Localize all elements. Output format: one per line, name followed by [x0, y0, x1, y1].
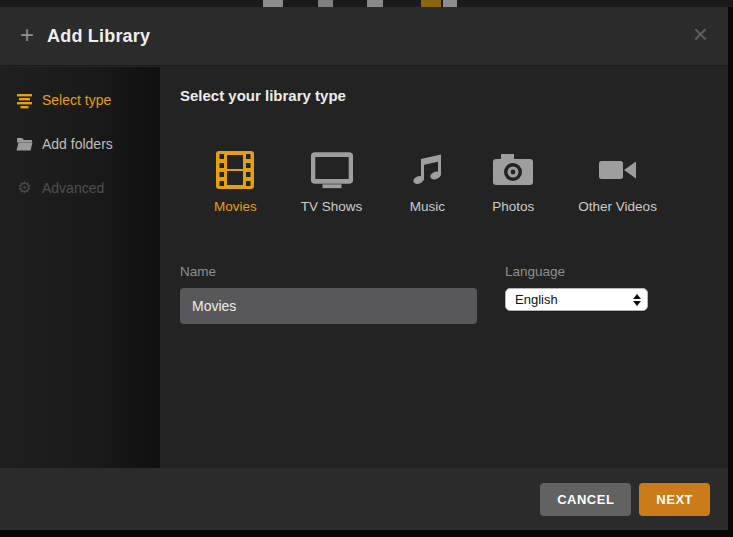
cancel-button[interactable]: CANCEL	[540, 483, 631, 516]
select-stepper-icon	[633, 294, 641, 306]
library-type-row: Movies TV Shows	[214, 150, 728, 214]
background-fragment	[421, 0, 441, 7]
dialog-title: Add Library	[47, 26, 150, 47]
dialog-body: Select type Add folders ⚙ Advanced Selec…	[0, 67, 728, 468]
dialog-content: Select your library type	[160, 67, 728, 468]
background-page	[0, 0, 733, 7]
dialog-footer: CANCEL NEXT	[0, 468, 728, 530]
library-name-input[interactable]	[180, 288, 477, 324]
type-option-other-videos[interactable]: Other Videos	[578, 150, 657, 214]
music-note-icon	[406, 150, 448, 190]
sidebar-item-label: Select type	[42, 92, 111, 108]
type-label: Other Videos	[578, 199, 657, 214]
background-fragment	[367, 0, 383, 7]
content-heading: Select your library type	[180, 87, 728, 104]
sidebar-item-label: Add folders	[42, 136, 113, 152]
next-button[interactable]: NEXT	[639, 483, 710, 516]
sidebar-item-add-folders[interactable]: Add folders	[0, 122, 160, 166]
background-fragment	[443, 0, 457, 7]
language-select[interactable]: English	[505, 288, 648, 311]
tv-icon	[311, 150, 353, 190]
type-option-movies[interactable]: Movies	[214, 150, 257, 214]
background-fragment	[263, 0, 283, 7]
add-library-dialog: + Add Library × Select type	[0, 7, 728, 530]
type-label: Photos	[492, 199, 534, 214]
type-label: Music	[410, 199, 445, 214]
type-option-music[interactable]: Music	[406, 150, 448, 214]
fields-row: Name Language English	[180, 264, 728, 324]
type-option-photos[interactable]: Photos	[492, 150, 534, 214]
wizard-steps-sidebar: Select type Add folders ⚙ Advanced	[0, 67, 160, 468]
camera-icon	[492, 150, 534, 190]
video-camera-icon	[597, 150, 639, 190]
sidebar-item-select-type[interactable]: Select type	[0, 78, 160, 122]
type-option-tv-shows[interactable]: TV Shows	[301, 150, 363, 214]
plus-icon: +	[20, 23, 34, 47]
background-fragment	[318, 0, 333, 7]
movies-film-icon	[214, 150, 256, 190]
type-label: TV Shows	[301, 199, 363, 214]
dialog-header: + Add Library ×	[0, 7, 728, 66]
close-icon[interactable]: ×	[693, 21, 708, 47]
type-label: Movies	[214, 199, 257, 214]
sidebar-item-advanced: ⚙ Advanced	[0, 166, 160, 210]
folder-icon	[16, 136, 33, 153]
list-lines-icon	[16, 92, 33, 109]
name-field-label: Name	[180, 264, 477, 279]
name-field-group: Name	[180, 264, 477, 324]
gear-icon: ⚙	[16, 180, 33, 197]
language-select-value: English	[515, 292, 558, 307]
language-field-group: Language English	[505, 264, 648, 324]
sidebar-item-label: Advanced	[42, 180, 104, 196]
language-field-label: Language	[505, 264, 648, 279]
